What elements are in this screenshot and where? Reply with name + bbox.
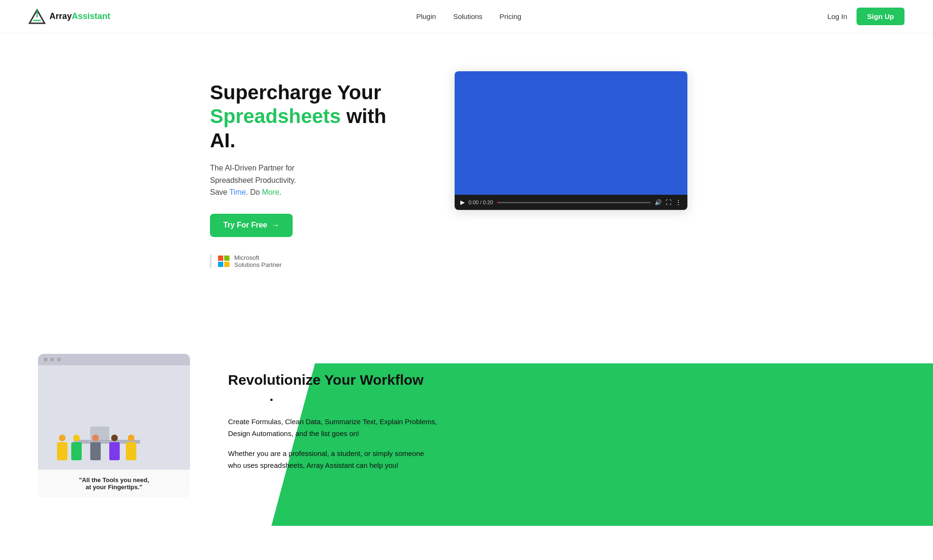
video-controls: ▶ 0:00 / 0:20 🔊 ⛶ ⋮ [455, 195, 687, 210]
hero-subtext-line1: The AI-Driven Partner for [210, 164, 295, 172]
hero-subtext-do: . Do [246, 188, 262, 196]
feature-image-card: "All the Tools you need, at your Fingert… [38, 354, 190, 497]
signup-button[interactable]: Sign Up [857, 8, 904, 25]
hero-subtext-save: Save [210, 188, 229, 196]
person-3 [90, 435, 101, 460]
person-4 [109, 435, 120, 460]
card-illustration [38, 365, 190, 470]
green-title-part1: Revolutionize Your Workflow [228, 372, 424, 388]
card-quote-line1: "All the Tools you need, [46, 476, 182, 484]
video-screen [455, 71, 687, 195]
green-title-dot: . [269, 388, 273, 404]
person-1 [57, 435, 67, 460]
green-text-block: Revolutionize Your Workflow Today. Creat… [228, 372, 437, 479]
video-progress-bar[interactable] [497, 202, 651, 203]
hero-subtext-end: . [279, 188, 281, 196]
nav-solutions[interactable]: Solutions [453, 12, 483, 20]
ms-partner-text: Microsoft Solutions Partner [234, 254, 282, 268]
video-progress-fill [497, 202, 498, 203]
try-for-free-button[interactable]: Try For Free → [210, 214, 293, 237]
card-top-bar [38, 354, 190, 365]
card-quote-line2: at your Fingertips." [46, 484, 182, 491]
hero-heading-line1: Supercharge Your [210, 81, 381, 104]
hero-subtext-time: Time [229, 188, 246, 196]
volume-icon[interactable]: 🔊 [655, 199, 662, 206]
nav-plugin[interactable]: Plugin [416, 12, 436, 20]
hero-subtext: The AI-Driven Partner for Spreadsheet Pr… [210, 162, 390, 199]
hero-heading-green: Spreadsheets [210, 105, 341, 127]
card-dot-3 [57, 358, 61, 361]
green-desc-1: Create Formulas, Clean Data, Summarize T… [228, 416, 437, 440]
hero-right: ▶ 0:00 / 0:20 🔊 ⛶ ⋮ [419, 71, 723, 210]
hero-heading: Supercharge Your Spreadsheets with AI. [210, 81, 390, 152]
logo-icon [29, 8, 46, 25]
person-2 [71, 435, 82, 460]
nav-actions: Log In Sign Up [828, 8, 904, 25]
logo-link[interactable]: ArrayAssistant [29, 8, 110, 25]
hero-subtext-line2: Spreadsheet Productivity. [210, 176, 296, 184]
try-button-label: Try For Free [223, 221, 267, 229]
ms-partner-sublabel: Solutions Partner [234, 261, 282, 268]
card-dot-2 [50, 358, 54, 361]
fullscreen-icon[interactable]: ⛶ [666, 199, 671, 206]
play-icon[interactable]: ▶ [460, 199, 465, 206]
video-player[interactable]: ▶ 0:00 / 0:20 🔊 ⛶ ⋮ [455, 71, 687, 210]
green-title: Revolutionize Your Workflow Today. [228, 372, 437, 404]
nav-pricing[interactable]: Pricing [500, 12, 522, 20]
hero-subtext-more: More [262, 188, 279, 196]
green-title-today: Today [228, 388, 269, 404]
card-dot-1 [44, 358, 48, 361]
navbar: ArrayAssistant Plugin Solutions Pricing … [0, 0, 933, 33]
nav-links: Plugin Solutions Pricing [416, 12, 521, 21]
green-desc-2: Whether you are a professional, a studen… [228, 447, 437, 472]
green-content: "All the Tools you need, at your Fingert… [0, 325, 933, 526]
microsoft-logo-icon [218, 256, 229, 267]
ms-partner-badge: Microsoft Solutions Partner [210, 254, 390, 268]
ms-partner-name: Microsoft [234, 254, 282, 261]
hero-section: Supercharge Your Spreadsheets with AI. T… [181, 33, 752, 297]
login-button[interactable]: Log In [828, 12, 847, 20]
video-time: 0:00 / 0:20 [468, 199, 493, 205]
people-illustration [48, 375, 181, 460]
card-quote: "All the Tools you need, at your Fingert… [38, 470, 190, 497]
more-options-icon[interactable]: ⋮ [675, 199, 682, 206]
logo-text: ArrayAssistant [49, 11, 110, 21]
try-button-arrow-icon: → [271, 220, 279, 230]
person-5 [126, 435, 136, 460]
green-section: "All the Tools you need, at your Fingert… [0, 325, 933, 526]
hero-left: Supercharge Your Spreadsheets with AI. T… [210, 71, 390, 268]
